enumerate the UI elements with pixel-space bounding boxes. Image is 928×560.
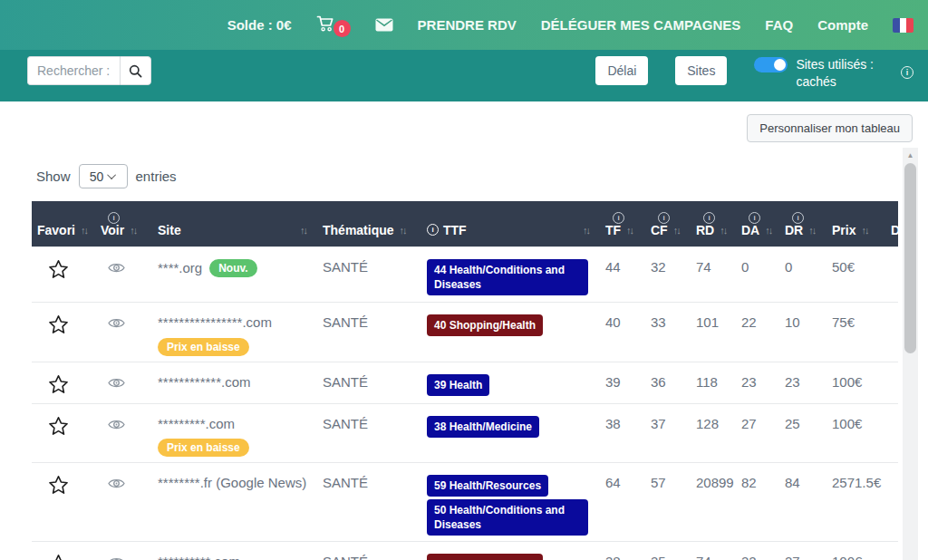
ttf-badge: 44 Health/Conditions and Diseases — [427, 259, 588, 295]
sort-icon[interactable]: ↑↓ — [861, 225, 867, 236]
col-header-tf[interactable]: iTF↑↓ — [600, 201, 645, 246]
dr-cell: 84 — [779, 462, 826, 541]
favori-cell — [32, 541, 95, 560]
favori-cell — [32, 403, 95, 462]
vertical-scrollbar[interactable]: ▲ — [903, 148, 918, 560]
rd-cell: 128 — [691, 403, 736, 462]
nav-prendre-rdv[interactable]: PRENDRE RDV — [418, 17, 517, 33]
prix-cell: 100€ — [826, 541, 885, 560]
search-input[interactable] — [27, 56, 120, 85]
da-value: 23 — [741, 374, 757, 390]
col-header-dr[interactable]: iDR↑↓ — [779, 201, 826, 246]
info-icon[interactable]: i — [427, 224, 439, 236]
favorite-star-button[interactable] — [48, 416, 69, 436]
tf-value: 44 — [605, 259, 621, 275]
view-eye-button[interactable] — [108, 262, 125, 274]
sort-icon[interactable]: ↑↓ — [720, 225, 726, 236]
col-header-site[interactable]: Site↑↓ — [152, 201, 317, 246]
col-header-ttf[interactable]: iTTF↑↓ — [421, 201, 600, 246]
nav-faq[interactable]: FAQ — [765, 17, 793, 33]
search-button[interactable] — [120, 56, 151, 85]
site-tag: Prix en baisse — [158, 338, 249, 356]
sort-icon[interactable]: ↑↓ — [583, 225, 589, 236]
sort-icon[interactable]: ↑↓ — [300, 225, 306, 236]
view-eye-button[interactable] — [108, 556, 125, 560]
entries-label: entries — [136, 169, 177, 184]
sort-icon[interactable]: ↑↓ — [626, 225, 633, 236]
view-eye-button[interactable] — [108, 478, 125, 489]
sites-button[interactable]: Sites — [675, 56, 727, 85]
sites-table-wrap: Favori↑↓iVoir↑↓Site↑↓Thématique↑↓iTTF↑↓i… — [32, 201, 898, 560]
col-header-d: D — [885, 201, 898, 246]
site-tag: Prix en baisse — [158, 439, 249, 457]
sites-used-toggle-block: Sites utilisés : cachés — [754, 56, 874, 91]
view-eye-button[interactable] — [108, 419, 125, 430]
da-value: 27 — [741, 416, 757, 431]
tf-cell: 64 — [600, 462, 645, 541]
thematique-value: SANTÉ — [323, 259, 368, 275]
view-eye-button[interactable] — [108, 317, 125, 329]
scrollbar-thumb[interactable] — [904, 163, 916, 353]
site-cell: ************.com — [152, 362, 317, 403]
sort-icon[interactable]: ↑↓ — [400, 225, 406, 236]
col-label: TF — [605, 223, 621, 237]
sort-icon[interactable]: ↑↓ — [808, 225, 815, 236]
search-group — [27, 56, 151, 85]
rd-cell: 74 — [691, 246, 736, 302]
sites-used-toggle[interactable] — [754, 57, 788, 72]
favorite-star-button[interactable] — [48, 554, 69, 560]
language-flag-fr[interactable] — [893, 18, 914, 33]
page-size-select[interactable]: 50 — [79, 164, 128, 188]
filter-actions: Délai Sites Sites utilisés : cachés i — [595, 56, 914, 91]
chevron-down-icon — [107, 170, 116, 179]
sort-icon[interactable]: ↑↓ — [130, 225, 136, 236]
col-label: DR — [785, 223, 803, 237]
voir-cell — [95, 462, 152, 541]
sort-icon[interactable]: ↑↓ — [673, 225, 680, 236]
favorite-star-button[interactable] — [48, 314, 69, 334]
table-row: ****.orgNouv.SANTÉ44 Health/Conditions a… — [32, 246, 898, 302]
favorite-star-button[interactable] — [48, 374, 69, 394]
rd-value: 101 — [696, 314, 719, 330]
personalize-table-button[interactable]: Personnaliser mon tableau — [747, 114, 913, 142]
ttf-cell: 38 Health/Medicine — [421, 403, 600, 462]
messages-envelope-icon[interactable] — [375, 18, 393, 32]
col-header-da[interactable]: iDA↑↓ — [736, 201, 779, 246]
nav-deleguer-campagnes[interactable]: DÉLÉGUER MES CAMPAGNES — [541, 17, 741, 33]
prix-value: 100€ — [832, 374, 862, 390]
col-header-voir[interactable]: iVoir↑↓ — [95, 201, 152, 246]
voir-cell — [95, 403, 152, 462]
prix-value: 100€ — [832, 554, 862, 560]
view-eye-button[interactable] — [108, 377, 125, 389]
rd-cell: 74 — [691, 541, 736, 560]
scroll-up-arrow-icon[interactable]: ▲ — [903, 148, 918, 159]
site-cell: ********.fr (Google News) — [152, 462, 317, 541]
nav-compte[interactable]: Compte — [817, 17, 868, 33]
da-cell: 27 — [736, 403, 779, 462]
tf-value: 38 — [605, 554, 621, 560]
tf-cell: 44 — [600, 246, 645, 302]
col-header-cf[interactable]: iCF↑↓ — [645, 201, 691, 246]
info-icon[interactable]: i — [901, 66, 914, 79]
col-header-favori[interactable]: Favori↑↓ — [32, 201, 95, 246]
cf-value: 37 — [651, 416, 666, 431]
delai-button[interactable]: Délai — [595, 56, 648, 85]
da-value: 22 — [741, 314, 757, 330]
da-value: 82 — [741, 475, 757, 490]
cf-value: 35 — [651, 554, 666, 560]
col-header-rd[interactable]: iRD↑↓ — [691, 201, 736, 246]
ttf-cell: 40 Shopping/Health — [421, 302, 600, 362]
d-cell — [885, 362, 898, 403]
sort-icon[interactable]: ↑↓ — [81, 225, 87, 236]
cart-button[interactable]: 0 — [316, 14, 351, 35]
table-body: ****.orgNouv.SANTÉ44 Health/Conditions a… — [32, 246, 898, 560]
prix-value: 100€ — [832, 416, 862, 431]
favori-cell — [32, 462, 95, 541]
table-row: ************.comSANTÉ39 Health3936118232… — [32, 362, 898, 403]
sort-icon[interactable]: ↑↓ — [765, 225, 771, 236]
favorite-star-button[interactable] — [48, 475, 69, 495]
col-header-thematique[interactable]: Thématique↑↓ — [317, 201, 421, 246]
site-name: **********.com — [158, 554, 240, 560]
col-header-prix[interactable]: Prix↑↓ — [826, 201, 885, 246]
favorite-star-button[interactable] — [48, 259, 69, 279]
